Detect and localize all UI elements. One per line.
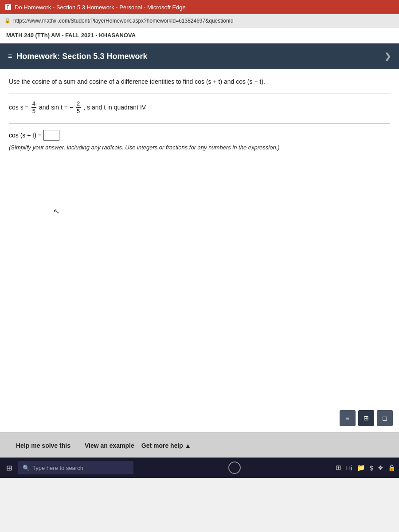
square-button[interactable]: ◻ <box>377 410 393 426</box>
get-more-help-button[interactable]: Get more help ▲ <box>141 442 191 449</box>
view-example-button[interactable]: View an example <box>78 438 141 453</box>
content-area: Use the cosine of a sum and cosine of a … <box>0 69 399 433</box>
taskbar-dollar-icon: $ <box>370 464 373 472</box>
homework-title: Homework: Section 5.3 Homework <box>16 52 147 61</box>
taskbar-apps-icon[interactable]: ❖ <box>378 464 383 471</box>
help-bar: Help me solve this View an example Get m… <box>0 433 399 458</box>
condition-middle: and sin t = − <box>39 104 73 111</box>
given-conditions: cos s = 4 5 and sin t = − 2 5 , s and t … <box>9 100 390 114</box>
square-icon: ◻ <box>382 415 387 422</box>
divider-middle <box>9 123 390 124</box>
answer-input[interactable] <box>43 130 59 141</box>
menu-icon[interactable]: ≡ <box>8 52 12 60</box>
help-me-solve-button[interactable]: Help me solve this <box>9 438 78 453</box>
problem-instruction: Use the cosine of a sum and cosine of a … <box>9 77 390 86</box>
answer-row: cos (s + t) = <box>9 130 390 141</box>
homework-header: ≡ Homework: Section 5.3 Homework ❯ <box>0 43 399 69</box>
title-bar-text: Do Homework - Section 5.3 Homework - Per… <box>15 4 186 11</box>
course-title: MATH 240 (TTh) AM - FALL 2021 - KHASANOV… <box>6 32 136 39</box>
simplify-note: (Simplify your answer, including any rad… <box>9 144 390 151</box>
grid-button[interactable]: ⊞ <box>358 410 374 426</box>
start-icon: ⊞ <box>6 464 12 472</box>
taskbar-folder-icon[interactable]: 📁 <box>357 464 365 472</box>
course-header: MATH 240 (TTh) AM - FALL 2021 - KHASANOV… <box>0 27 399 43</box>
sin-t-fraction: 2 5 <box>76 100 81 114</box>
chevron-up-icon: ▲ <box>185 442 191 449</box>
cursor-arrow: ↖ <box>52 206 61 217</box>
grid-icon: ⊞ <box>364 415 369 422</box>
taskbar-lock-icon: 🔒 <box>388 464 395 471</box>
taskbar-right: ⊞ Hi 📁 $ ❖ 🔒 <box>336 464 395 472</box>
address-bar[interactable]: 🔒 https://www.mathxl.com/Student/PlayerH… <box>0 14 399 27</box>
taskbar: ⊞ 🔍 Type here to search ⊞ Hi 📁 $ ❖ 🔒 <box>0 458 399 478</box>
taskbar-circle-button[interactable] <box>228 462 241 474</box>
taskbar-hi-icon[interactable]: Hi <box>346 464 352 472</box>
tool-buttons: ≡ ⊞ ◻ <box>340 410 393 426</box>
lock-icon: 🔒 <box>4 18 11 23</box>
taskbar-center <box>137 462 332 474</box>
title-bar-icon: 🅿 <box>5 4 11 11</box>
start-button[interactable]: ⊞ <box>4 462 15 474</box>
search-icon: 🔍 <box>23 465 30 471</box>
taskbar-grid-icon[interactable]: ⊞ <box>336 464 341 472</box>
condition-suffix: , s and t in quadrant IV <box>83 104 146 111</box>
chevron-right-icon[interactable]: ❯ <box>384 51 391 61</box>
search-placeholder: Type here to search <box>32 465 83 471</box>
taskbar-search[interactable]: 🔍 Type here to search <box>18 461 133 474</box>
answer-label: cos (s + t) = <box>9 132 42 139</box>
url-text: https://www.mathxl.com/Student/PlayerHom… <box>13 18 234 24</box>
divider-top <box>9 94 390 94</box>
cos-s-label: cos s = <box>9 104 29 111</box>
cos-s-fraction: 4 5 <box>31 100 36 114</box>
get-more-help-label: Get more help <box>141 442 183 449</box>
matrix-icon: ≡ <box>346 415 349 422</box>
title-bar: 🅿 Do Homework - Section 5.3 Homework - P… <box>0 0 399 14</box>
matrix-button[interactable]: ≡ <box>340 410 356 426</box>
